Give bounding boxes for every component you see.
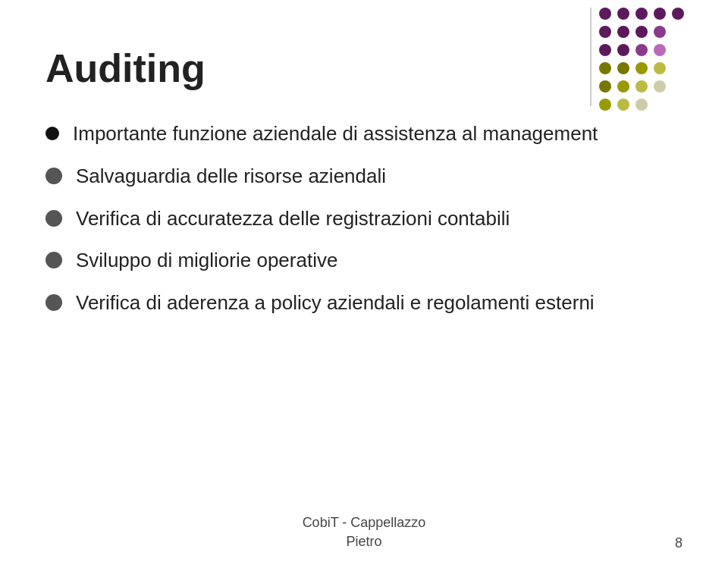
decoration-dot	[654, 80, 666, 93]
bullet-icon-2	[46, 210, 62, 227]
bullet-item-1: Salvaguardia delle risorse aziendali	[46, 164, 682, 190]
main-bullet-text: Importante funzione aziendale di assiste…	[73, 121, 682, 147]
decoration-dot	[599, 8, 611, 20]
decoration-dot	[635, 62, 648, 74]
main-bullet-item: Importante funzione aziendale di assiste…	[46, 121, 682, 147]
decoration-dot	[599, 62, 611, 74]
decoration-dot	[654, 8, 666, 20]
content-area: Importante funzione aziendale di assiste…	[46, 121, 682, 316]
bullet-icon-main	[46, 127, 59, 140]
decoration-dot	[599, 99, 611, 111]
dots-grid	[599, 8, 698, 114]
decoration-dot	[672, 80, 684, 93]
page-number: 8	[675, 535, 682, 551]
decoration-dot	[672, 62, 684, 74]
decoration-dot	[672, 99, 684, 111]
dots-decoration	[599, 8, 698, 106]
bullet-text-2: Verifica di accuratezza delle registrazi…	[76, 206, 682, 232]
decoration-dot	[654, 62, 666, 74]
decoration-dot	[635, 80, 648, 93]
bullet-text-1: Salvaguardia delle risorse aziendali	[76, 164, 682, 190]
bullet-item-4: Verifica di aderenza a policy aziendali …	[46, 290, 682, 316]
decoration-dot	[635, 8, 648, 20]
footer-line1: CobiT - Cappellazzo	[303, 515, 426, 530]
decoration-dot	[635, 44, 648, 56]
bullet-item-2: Verifica di accuratezza delle registrazi…	[46, 206, 682, 232]
decoration-dot	[635, 99, 648, 111]
bullet-icon-3	[46, 252, 62, 268]
bullet-item-3: Sviluppo di migliorie operative	[46, 248, 682, 274]
slide: Auditing Importante funzione aziendale d…	[0, 0, 728, 574]
decoration-dot	[654, 44, 666, 56]
decoration-dot	[672, 8, 684, 20]
decoration-dot	[617, 26, 629, 38]
bullet-icon-4	[46, 294, 62, 311]
decoration-dot	[617, 8, 629, 20]
bullet-icon-1	[46, 168, 62, 184]
decoration-dot	[599, 44, 611, 56]
decoration-dot	[617, 99, 629, 111]
footer: CobiT - Cappellazzo Pietro	[0, 513, 728, 551]
footer-line2: Pietro	[346, 534, 381, 549]
slide-title: Auditing	[46, 45, 682, 91]
decoration-dot	[654, 99, 666, 111]
decoration-dot	[617, 44, 629, 56]
decoration-dot	[635, 26, 648, 38]
footer-text: CobiT - Cappellazzo Pietro	[303, 513, 426, 551]
bullet-text-4: Verifica di aderenza a policy aziendali …	[76, 290, 682, 316]
decoration-dot	[617, 62, 629, 74]
divider-line	[590, 8, 592, 106]
decoration-dot	[672, 44, 684, 56]
decoration-dot	[599, 80, 611, 93]
decoration-dot	[617, 80, 629, 93]
decoration-dot	[599, 26, 611, 38]
decoration-dot	[654, 26, 666, 38]
decoration-dot	[672, 26, 684, 38]
bullet-text-3: Sviluppo di migliorie operative	[76, 248, 682, 274]
